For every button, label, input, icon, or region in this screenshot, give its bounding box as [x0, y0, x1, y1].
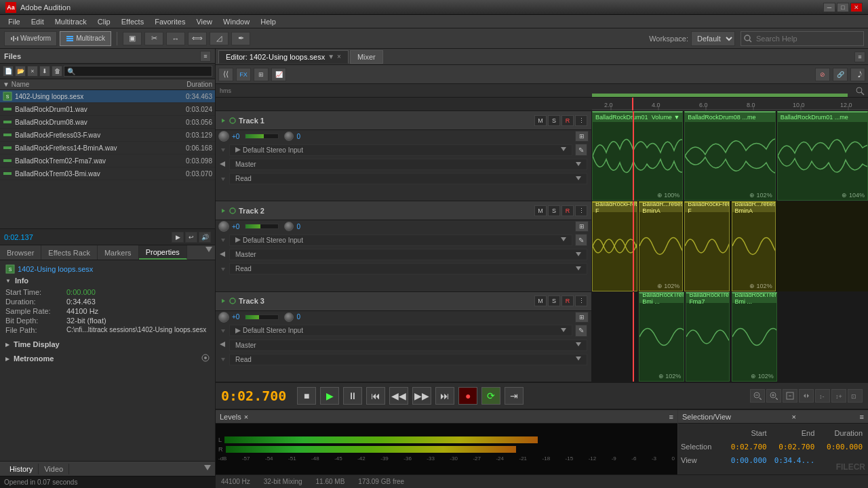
record-button[interactable]: ● — [458, 387, 477, 405]
info-section-header[interactable]: ▼ Info — [5, 277, 210, 285]
track-1-clip-1[interactable]: BalladRockDrum01 Volume ▼ ⊕ 100% — [592, 111, 683, 201]
track-arm-button[interactable]: R — [561, 115, 574, 126]
track-2-mute-button[interactable]: M — [534, 205, 547, 216]
multitrack-button[interactable]: Multitrack — [60, 31, 111, 46]
loop-button[interactable]: ⟳ — [481, 387, 500, 405]
menu-multitrack[interactable]: Multitrack — [50, 16, 92, 27]
menu-favorites[interactable]: Favorites — [149, 16, 191, 27]
maximize-button[interactable]: □ — [837, 3, 849, 12]
track-3-clip-2[interactable]: BalladRockTrem02-Fma7 ▼ — [686, 292, 730, 382]
forward-button[interactable]: ▶▶ — [412, 387, 431, 405]
menu-window[interactable]: Window — [218, 16, 255, 27]
track-3-solo-button[interactable]: S — [548, 296, 560, 306]
track-2-input-button[interactable]: Default Stereo Input — [229, 235, 572, 246]
workspace-select[interactable]: Default — [691, 31, 735, 46]
track-2-input-edit-button[interactable]: ✎ — [575, 234, 587, 246]
zoom-out-button[interactable] — [750, 389, 765, 403]
select-tool-button[interactable]: ▣ — [123, 32, 142, 45]
track-mute-button[interactable]: M — [534, 115, 547, 126]
menu-clip[interactable]: Clip — [92, 16, 116, 27]
track-1-output-button[interactable]: Master — [229, 159, 587, 170]
tab-effects-rack[interactable]: Effects Rack — [41, 245, 98, 260]
sync-button[interactable]: 🔗 — [833, 68, 848, 81]
editor-tab-mixer[interactable]: Mixer — [350, 50, 383, 64]
slip-tool-button[interactable]: ⟺ — [188, 32, 207, 45]
levels-close-button[interactable]: × — [244, 413, 248, 421]
panel-options-button[interactable] — [203, 245, 215, 260]
skip-button[interactable]: ⇥ — [505, 387, 524, 405]
track-3-arm-button[interactable]: R — [561, 296, 574, 306]
tab-history[interactable]: History — [4, 464, 39, 474]
editor-tab-close[interactable]: ▼ — [328, 53, 334, 60]
tab-markers[interactable]: Markers — [98, 245, 139, 260]
fade-tool-button[interactable]: ◿ — [210, 32, 229, 45]
files-col-name[interactable]: ▼ Name — [3, 81, 172, 88]
selection-panel-close[interactable]: × — [792, 413, 796, 421]
waveform-button[interactable]: Waveform — [4, 31, 57, 46]
files-panel-menu-button[interactable]: ≡ — [200, 51, 211, 62]
pause-button[interactable]: ⏸ — [343, 387, 362, 405]
track-1-input-button[interactable]: Default Stereo Input — [229, 144, 572, 156]
next-button[interactable]: ⏭ — [435, 387, 454, 405]
track-3-mode-button[interactable]: Read — [229, 354, 587, 365]
track-1-clip-3[interactable]: BalladRockDrum01 ...me ⊕ 104% — [777, 111, 868, 201]
file-item[interactable]: BalladRockDrum01.wav 0:03.024 — [0, 103, 215, 116]
menu-file[interactable]: File — [3, 16, 26, 27]
new-file-button[interactable]: 📄 — [3, 66, 14, 77]
close-button[interactable]: ✕ — [850, 3, 863, 12]
file-item[interactable]: BalladRockTrem02-Fma7.wav 0:03.098 — [0, 155, 215, 167]
play-button[interactable]: ▶ — [320, 387, 339, 405]
tab-video[interactable]: Video — [39, 464, 69, 474]
file-item[interactable]: BalladRockFretless03-F.wav 0:03.129 — [0, 129, 215, 142]
track-3-input-edit-button[interactable]: ✎ — [575, 325, 587, 337]
track-2-output-button[interactable]: Master — [229, 249, 587, 260]
track-3-clip-3[interactable]: BalladRockTrem03-Bmi ... ▼ ⊕ 102% — [732, 292, 777, 382]
track-3-input-button[interactable]: Default Stereo Input — [229, 325, 572, 336]
zoom-full-button[interactable] — [799, 389, 814, 403]
file-item[interactable]: BalladRockDrum08.wav 0:03.056 — [0, 116, 215, 129]
history-panel-options[interactable] — [204, 465, 211, 473]
track-3-mute-button[interactable]: M — [534, 296, 547, 306]
minimize-button[interactable]: ─ — [823, 3, 835, 12]
track-2-mode-button[interactable]: Read — [229, 263, 587, 274]
search-input[interactable] — [752, 31, 861, 46]
import-button[interactable]: ⬇ — [39, 66, 50, 77]
rewind-button[interactable]: ◀◀ — [389, 387, 408, 405]
open-file-button[interactable]: 📂 — [15, 66, 26, 77]
track-3-clip-1[interactable]: BalladRockTrem03-Bmi ... ▼ ⊕ 102% — [639, 292, 684, 382]
file-item[interactable]: S 1402-Using loops.sesx 0:34.463 — [0, 90, 215, 103]
selection-panel-options[interactable]: ≡ — [860, 413, 864, 421]
track-1-vol-knob[interactable] — [218, 131, 229, 142]
track-2-arm-button[interactable]: R — [561, 205, 574, 216]
track-1-mode-button[interactable]: Read — [229, 173, 587, 184]
track-1-pan-knob[interactable] — [284, 131, 294, 141]
editor-tab-session[interactable]: Editor: 1402-Using loops.sesx ▼ × — [218, 50, 349, 64]
track-solo-button[interactable]: S — [548, 115, 560, 126]
automation-button[interactable]: 📈 — [271, 68, 286, 81]
snap-button[interactable]: ⊘ — [815, 68, 830, 81]
metronome-button[interactable]: 𝅘𝅥𝅮 — [850, 68, 865, 81]
track-1-input-edit-button[interactable]: ✎ — [575, 144, 587, 156]
track-3-pan-knob[interactable] — [284, 312, 294, 322]
files-search-input[interactable] — [64, 66, 212, 77]
track-3-more-button[interactable]: ⋮ — [575, 296, 587, 306]
move-tool-button[interactable]: ↔ — [166, 32, 185, 45]
track-2-vol-knob[interactable] — [218, 221, 229, 232]
track-2-solo-button[interactable]: S — [548, 205, 560, 216]
metronome-settings-button[interactable] — [201, 354, 210, 363]
zoom-h-in-button[interactable]: ↕+ — [831, 389, 846, 403]
menu-help[interactable]: Help — [255, 16, 281, 27]
files-play-button[interactable]: ▶ — [172, 232, 184, 243]
pen-tool-button[interactable]: ✒ — [231, 32, 250, 45]
tab-browser[interactable]: Browser — [0, 245, 41, 260]
mix-button[interactable]: ⊞ — [254, 68, 269, 81]
track-2-clip-2[interactable]: BalladR...retless14-BminA ▼ ⊕ 102% — [639, 201, 683, 291]
zoom-reset-button[interactable]: ⊡ — [848, 389, 863, 403]
track-2-fx-button[interactable]: ⊞ — [575, 221, 589, 232]
track-1-fx-button[interactable]: ⊞ — [575, 131, 589, 142]
track-more-button[interactable]: ⋮ — [575, 115, 587, 126]
files-loop-button[interactable]: ↩ — [185, 232, 197, 243]
track-2-clip-1[interactable]: BalladRockFretless03-F ▼ — [592, 201, 637, 291]
metronome-header[interactable]: ▶ Metronome — [5, 354, 210, 363]
editor-tab-close-x[interactable]: × — [337, 53, 341, 60]
